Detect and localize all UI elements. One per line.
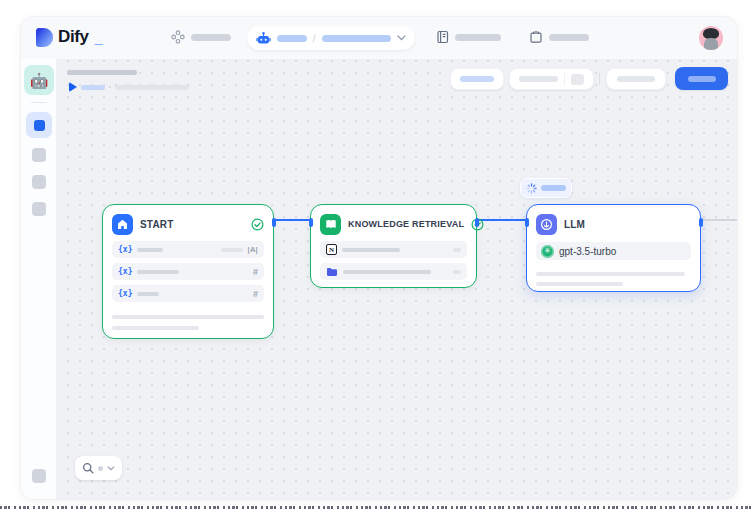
skeleton-bar bbox=[342, 248, 400, 252]
skeleton-bar bbox=[322, 35, 391, 42]
skeleton-bar bbox=[688, 76, 716, 82]
skeleton-bar bbox=[277, 35, 307, 42]
notion-icon: N bbox=[326, 244, 337, 255]
bot-icon bbox=[256, 31, 271, 46]
workspace-switcher-skeleton[interactable] bbox=[171, 30, 231, 44]
notebook-icon bbox=[436, 30, 449, 44]
chevron-down-icon bbox=[397, 35, 406, 41]
skeleton-bar bbox=[137, 270, 179, 274]
screenshot-noise-artifact bbox=[0, 506, 752, 509]
variable-icon: {x} bbox=[118, 245, 132, 254]
skeleton-bar bbox=[115, 85, 189, 90]
node-title: LLM bbox=[564, 219, 585, 230]
node-llm[interactable]: LLM ✳ gpt-3.5-turbo bbox=[526, 204, 701, 292]
docs-skeleton-group[interactable] bbox=[436, 30, 501, 44]
edge-start-to-knowledge bbox=[273, 219, 311, 221]
source-handle[interactable] bbox=[699, 218, 703, 227]
app-breadcrumb-pill[interactable]: / bbox=[247, 26, 415, 50]
dify-logo[interactable]: Dify _ bbox=[36, 27, 103, 47]
run-status-row[interactable] bbox=[69, 82, 189, 92]
home-icon bbox=[112, 214, 133, 235]
description-skeleton bbox=[112, 315, 264, 319]
top-header: Dify _ / bbox=[21, 17, 737, 59]
skeleton-bar bbox=[453, 270, 461, 274]
skeleton-bar bbox=[617, 76, 655, 82]
sidebar-item-skeleton[interactable] bbox=[32, 175, 46, 189]
sidebar-item-skeleton[interactable] bbox=[32, 202, 46, 216]
node-running-badge bbox=[520, 178, 572, 198]
avatar[interactable] bbox=[699, 26, 723, 50]
book-icon bbox=[320, 214, 341, 235]
type-string-icon: |A| bbox=[247, 245, 258, 254]
dataset-row: N bbox=[320, 241, 467, 258]
skeleton-bar bbox=[460, 76, 494, 82]
left-sidebar: 🤖 bbox=[21, 59, 57, 499]
openai-icon: ✳ bbox=[541, 245, 554, 258]
brand-cursor: _ bbox=[95, 29, 103, 46]
node-start[interactable]: START {x} |A| {x} # {x} # bbox=[102, 204, 274, 339]
model-name: gpt-3.5-turbo bbox=[559, 246, 616, 257]
toolbar-divider bbox=[599, 73, 600, 85]
node-knowledge-retrieval[interactable]: KNOWLEDGE RETRIEVAL N bbox=[310, 204, 477, 288]
chevron-down-icon bbox=[107, 466, 115, 471]
model-row: ✳ gpt-3.5-turbo bbox=[536, 242, 691, 260]
publish-button[interactable] bbox=[675, 67, 728, 90]
variable-icon: {x} bbox=[118, 267, 132, 276]
sidebar-item-skeleton-bottom[interactable] bbox=[32, 469, 46, 483]
source-handle[interactable] bbox=[272, 218, 276, 227]
skeleton-bar bbox=[191, 34, 231, 41]
sidebar-item-skeleton[interactable] bbox=[32, 148, 46, 162]
play-icon bbox=[69, 82, 77, 92]
zoom-level-skeleton bbox=[98, 466, 103, 471]
toolbar-button-run[interactable] bbox=[606, 68, 666, 90]
type-number-icon: # bbox=[253, 267, 258, 277]
variable-row: {x} # bbox=[112, 263, 264, 280]
check-circle-icon bbox=[251, 218, 264, 231]
skeleton-bar bbox=[519, 76, 558, 82]
dify-logo-icon bbox=[36, 28, 53, 47]
variable-icon: {x} bbox=[118, 289, 132, 298]
skeleton-bar bbox=[221, 248, 243, 252]
type-number-icon: # bbox=[253, 289, 258, 299]
workflow-icon bbox=[34, 120, 45, 131]
skeleton-bar bbox=[137, 292, 159, 296]
move-icon bbox=[171, 30, 185, 44]
skeleton-bar bbox=[549, 34, 589, 41]
skeleton-bar bbox=[541, 185, 566, 191]
target-handle[interactable] bbox=[309, 218, 313, 227]
dataset-row bbox=[320, 263, 467, 280]
brand-name: Dify bbox=[58, 27, 89, 47]
calendar-icon bbox=[529, 30, 543, 44]
skeleton-bar bbox=[81, 85, 105, 90]
icon-placeholder bbox=[571, 74, 584, 85]
skeleton-bar bbox=[343, 270, 431, 274]
workflow-canvas[interactable]: START {x} |A| {x} # {x} # bbox=[57, 59, 736, 499]
edge-llm-outgoing bbox=[702, 219, 737, 221]
toolbar-button-features[interactable] bbox=[450, 68, 504, 90]
workflow-title-skeleton bbox=[67, 70, 137, 75]
target-handle[interactable] bbox=[525, 218, 529, 227]
app-icon[interactable]: 🤖 bbox=[24, 65, 54, 95]
node-llm-header: LLM bbox=[536, 213, 691, 235]
folder-icon bbox=[326, 267, 338, 277]
source-handle[interactable] bbox=[475, 218, 479, 227]
node-title: KNOWLEDGE RETRIEVAL bbox=[348, 219, 464, 229]
node-knowledge-header: KNOWLEDGE RETRIEVAL bbox=[320, 213, 467, 235]
description-skeleton bbox=[112, 326, 199, 330]
updates-skeleton-group[interactable] bbox=[529, 30, 589, 44]
description-skeleton bbox=[536, 282, 623, 286]
skeleton-bar bbox=[453, 248, 461, 252]
node-start-header: START bbox=[112, 213, 264, 235]
skeleton-bar bbox=[137, 248, 163, 252]
llm-icon bbox=[536, 214, 557, 235]
avatar-body bbox=[704, 38, 718, 50]
spinner-icon bbox=[526, 183, 537, 194]
description-skeleton bbox=[536, 272, 685, 276]
variable-row: {x} |A| bbox=[112, 241, 264, 258]
button-divider bbox=[564, 73, 565, 85]
toolbar-button-history[interactable] bbox=[509, 68, 594, 90]
skeleton-bar bbox=[455, 34, 501, 41]
breadcrumb-separator: / bbox=[313, 33, 316, 44]
sidebar-item-workflow-active[interactable] bbox=[26, 112, 52, 138]
zoom-control[interactable] bbox=[75, 456, 122, 480]
